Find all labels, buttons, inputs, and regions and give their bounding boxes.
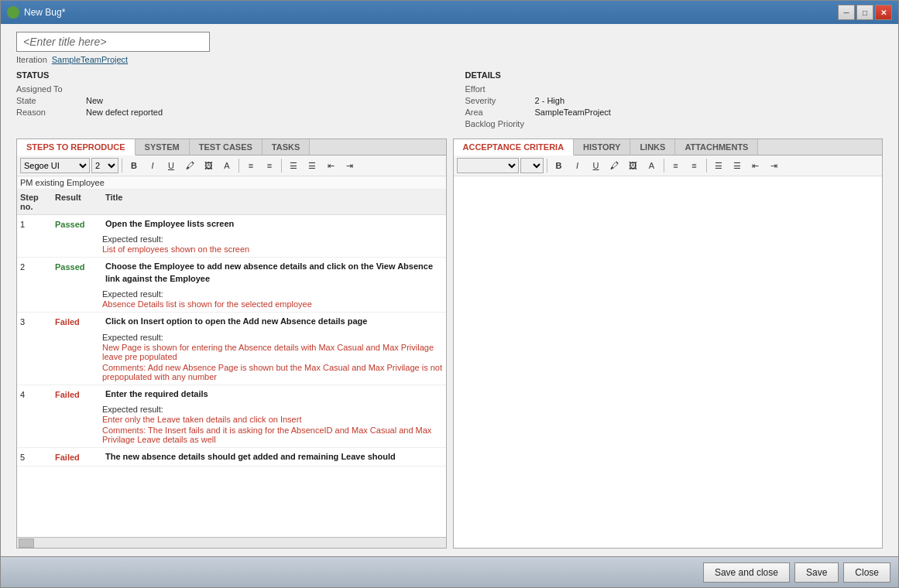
left-toolbar: Segoe UI 2 B I U 🖍 🖼 A ≡ — [17, 156, 446, 176]
image-button[interactable]: 🖼 — [200, 158, 217, 173]
assigned-to-row: Assigned To — [16, 84, 434, 94]
step-3-expected-label: Expected result: — [102, 333, 443, 342]
italic-button[interactable]: I — [144, 158, 161, 173]
save-and-close-button[interactable]: Save and close — [703, 562, 790, 583]
title-input[interactable] — [16, 32, 210, 52]
right-toolbar-sep-1 — [547, 159, 547, 173]
table-row: 3 Failed Click on Insert option to open … — [17, 313, 446, 385]
step-3-expected: New Page is shown for entering the Absen… — [102, 343, 443, 361]
step-4-title: Enter the required details — [105, 388, 443, 400]
step-2-main: 2 Passed Choose the Employee to add new … — [17, 258, 446, 288]
effort-row: Effort — [465, 84, 884, 94]
step-1-title: Open the Employee lists screen — [105, 218, 443, 230]
step-2-details: Expected result: Absence Details list is… — [17, 288, 446, 312]
reason-label: Reason — [16, 108, 86, 117]
size-select[interactable]: 2 — [91, 158, 118, 173]
step-1-result: Passed — [55, 218, 105, 229]
right-indent1-button[interactable]: ⇤ — [747, 158, 764, 173]
step-2-expected-label: Expected result: — [102, 289, 443, 299]
right-font-color-button[interactable]: A — [643, 158, 661, 173]
col-title: Title — [105, 193, 443, 211]
effort-label: Effort — [465, 84, 535, 94]
right-align-button[interactable]: ≡ — [667, 158, 685, 173]
right-bold-button[interactable]: B — [551, 158, 568, 173]
step-1-main: 1 Passed Open the Employee lists screen — [17, 215, 446, 233]
right-indent2-button[interactable]: ⇥ — [766, 158, 783, 173]
table-row: 4 Failed Enter the required details Expe… — [17, 385, 446, 448]
reason-row: Reason New defect reported — [16, 108, 434, 117]
tab-tasks[interactable]: TASKS — [262, 139, 310, 155]
toolbar-sep-2 — [238, 159, 239, 173]
toolbar-sep-1 — [122, 159, 122, 173]
right-italic-button[interactable]: I — [569, 158, 586, 173]
backlog-priority-row: Backlog Priority — [465, 119, 884, 128]
unordered-list-button[interactable]: ☰ — [285, 158, 302, 173]
save-button[interactable]: Save — [794, 562, 839, 583]
close-button[interactable]: Close — [843, 562, 890, 583]
step-3-main: 3 Failed Click on Insert option to open … — [17, 313, 446, 330]
tab-steps-to-reproduce[interactable]: STEPS TO REPRODUCE — [17, 139, 136, 156]
step-1-expected-label: Expected result: — [102, 234, 443, 244]
main-window: New Bug* ─ □ ✕ Iteration SampleTeamProje… — [0, 0, 899, 588]
step-3-title: Click on Insert option to open the Add n… — [105, 316, 443, 327]
severity-row: Severity 2 - High — [465, 96, 884, 105]
minimize-button[interactable]: ─ — [838, 5, 855, 20]
table-row: 1 Passed Open the Employee lists screen … — [17, 215, 446, 258]
step-2-expected: Absence Details list is shown for the se… — [102, 299, 443, 309]
align-left-button[interactable]: ≡ — [242, 158, 259, 173]
step-4-result: Failed — [55, 388, 105, 399]
tab-acceptance-criteria[interactable]: ACCEPTANCE CRITERIA — [454, 139, 575, 156]
right-size-select[interactable] — [520, 158, 544, 173]
right-list1-button[interactable]: ☰ — [710, 158, 727, 173]
step-1-expected: List of employees shown on the screen — [102, 244, 443, 254]
highlight-button[interactable]: 🖍 — [181, 158, 198, 173]
right-image-button[interactable]: 🖼 — [625, 158, 642, 173]
tab-history[interactable]: HISTORY — [574, 139, 630, 155]
tab-test-cases[interactable]: TEST CASES — [190, 139, 262, 155]
horizontal-scrollbar[interactable] — [17, 537, 446, 548]
right-highlight-button[interactable]: 🖍 — [606, 158, 623, 173]
severity-value: 2 - High — [535, 96, 565, 105]
titlebar: New Bug* ─ □ ✕ — [1, 1, 898, 24]
ordered-list-button[interactable]: ☰ — [304, 158, 321, 173]
maximize-button[interactable]: □ — [856, 5, 873, 20]
state-row: State New — [16, 96, 434, 105]
step-2-title: Choose the Employee to add new absence d… — [105, 261, 443, 285]
tabs-area: STEPS TO REPRODUCE SYSTEM TEST CASES TAS… — [16, 138, 883, 549]
right-font-select[interactable] — [457, 158, 519, 173]
align-center-button[interactable]: ≡ — [261, 158, 278, 173]
iteration-row: Iteration SampleTeamProject — [16, 55, 883, 64]
tab-links[interactable]: LINKS — [630, 139, 675, 155]
table-row: 5 Failed The new absence details should … — [17, 448, 446, 467]
right-panel: ACCEPTANCE CRITERIA HISTORY LINKS ATTACH… — [453, 138, 884, 549]
right-underline-button[interactable]: U — [588, 158, 605, 173]
bottom-bar: Save and close Save Close — [1, 556, 898, 587]
main-content: Iteration SampleTeamProject STATUS Assig… — [1, 24, 898, 556]
iteration-label: Iteration — [16, 55, 47, 64]
area-value: SampleTeamProject — [535, 108, 611, 117]
font-select[interactable]: Segoe UI — [20, 158, 90, 173]
right-toolbar-sep-2 — [664, 159, 664, 173]
state-value: New — [86, 96, 103, 105]
close-window-button[interactable]: ✕ — [875, 5, 892, 20]
severity-label: Severity — [465, 96, 535, 105]
step-1-details: Expected result: List of employees shown… — [17, 233, 446, 257]
acceptance-criteria-content[interactable] — [454, 176, 883, 548]
content-area: Iteration SampleTeamProject STATUS Assig… — [1, 24, 898, 587]
iteration-value[interactable]: SampleTeamProject — [52, 55, 128, 64]
right-tab-bar: ACCEPTANCE CRITERIA HISTORY LINKS ATTACH… — [454, 139, 883, 156]
indent-less-button[interactable]: ⇤ — [322, 158, 339, 173]
bold-button[interactable]: B — [125, 158, 142, 173]
tab-system[interactable]: SYSTEM — [136, 139, 190, 155]
left-tab-bar: STEPS TO REPRODUCE SYSTEM TEST CASES TAS… — [17, 139, 446, 156]
tab-attachments[interactable]: ATTACHMENTS — [675, 139, 758, 155]
underline-button[interactable]: U — [163, 158, 180, 173]
right-list2-button[interactable]: ☰ — [729, 158, 746, 173]
right-align2-button[interactable]: ≡ — [686, 158, 703, 173]
metadata-section: STATUS Assigned To State New Reason New … — [16, 70, 883, 131]
steps-content[interactable]: PM existing Employee Stepno. Result Titl… — [17, 176, 446, 537]
window-controls: ─ □ ✕ — [838, 5, 892, 20]
assigned-to-label: Assigned To — [16, 84, 86, 94]
font-color-button[interactable]: A — [218, 158, 235, 173]
indent-more-button[interactable]: ⇥ — [341, 158, 358, 173]
